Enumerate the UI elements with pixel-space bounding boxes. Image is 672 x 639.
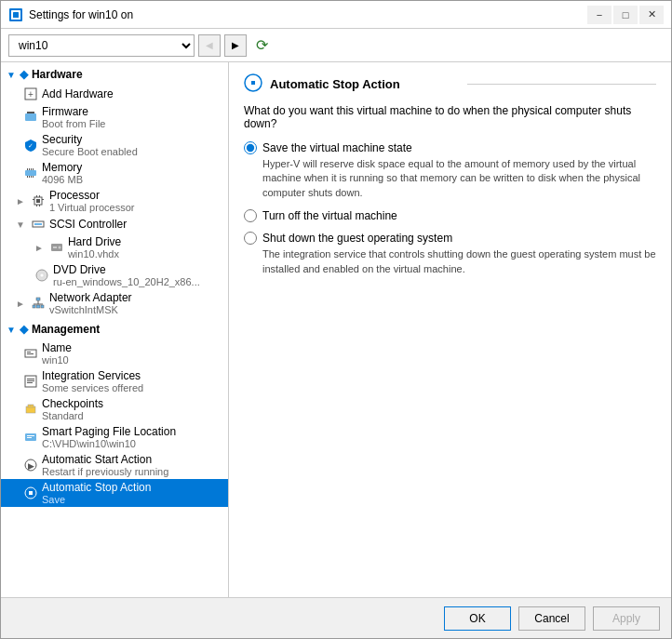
minimize-button[interactable]: −: [587, 6, 612, 24]
radio-shutdown-label[interactable]: Shut down the guest operating system: [244, 232, 656, 245]
svg-text:✓: ✓: [28, 142, 34, 149]
maximize-button[interactable]: □: [613, 6, 638, 24]
auto-start-name: Automatic Start Action: [42, 453, 168, 466]
dvd-icon: [34, 268, 49, 283]
svg-rect-56: [251, 81, 255, 85]
radio-option-shutdown: Shut down the guest operating system The…: [244, 232, 656, 276]
sidebar-item-security[interactable]: ✓ Security Secure Boot enabled: [1, 131, 228, 159]
svg-rect-9: [27, 168, 28, 170]
radio-save-desc: Hyper-V will reserve disk space equal to…: [262, 157, 656, 200]
radio-save-label[interactable]: Save the virtual machine state: [244, 141, 656, 154]
name-label: Name: [42, 341, 72, 354]
management-icon: ◆: [20, 323, 28, 336]
checkpoints-icon: [23, 402, 38, 417]
radio-turnoff-text: Turn off the virtual machine: [262, 209, 397, 222]
memory-name: Memory: [42, 161, 83, 174]
panel-divider: [467, 84, 657, 85]
add-hardware-name: Add Hardware: [42, 87, 114, 100]
hdd-name: Hard Drive: [68, 235, 121, 248]
sidebar-item-firmware[interactable]: Firmware Boot from File: [1, 103, 228, 131]
sidebar-item-processor[interactable]: ►: [1, 187, 228, 215]
title-bar-controls: − □ ✕: [587, 6, 664, 24]
panel-question: What do you want this virtual machine to…: [244, 104, 656, 130]
scsi-icon: [31, 217, 46, 232]
svg-point-31: [40, 273, 44, 277]
radio-shutdown-input[interactable]: [244, 232, 257, 245]
svg-rect-15: [31, 176, 32, 178]
sidebar-item-scsi[interactable]: ▼ SCSI Controller: [1, 215, 228, 233]
firmware-name: Firmware: [42, 105, 105, 118]
radio-turnoff-label[interactable]: Turn off the virtual machine: [244, 209, 656, 222]
radio-option-save: Save the virtual machine state Hyper-V w…: [244, 141, 656, 200]
sidebar-item-dvd[interactable]: DVD Drive ru-en_windows_10_20H2_x86...: [1, 261, 228, 289]
checkpoints-name: Checkpoints: [42, 397, 103, 410]
sidebar-item-hard-drive[interactable]: ► Hard Drive win10.vhdx: [1, 233, 228, 261]
sidebar-item-auto-stop[interactable]: Automatic Stop Action Save: [1, 479, 228, 507]
sidebar-item-checkpoints[interactable]: Checkpoints Standard: [1, 395, 228, 423]
hardware-chevron: ▼: [7, 70, 16, 80]
management-label: Management: [32, 323, 100, 336]
content-area: ▼ ◆ Hardware + Add Hardware: [1, 62, 671, 597]
nav-fwd-button[interactable]: ▶: [224, 34, 247, 57]
radio-save-input[interactable]: [244, 141, 257, 154]
sidebar-item-smart-paging[interactable]: Smart Paging File Location C:\VHD\win10\…: [1, 423, 228, 451]
auto-stop-sub: Save: [42, 494, 151, 505]
network-expand-icon: ►: [16, 299, 25, 309]
add-hardware-icon: +: [23, 87, 38, 101]
dvd-name: DVD Drive: [53, 263, 200, 276]
svg-rect-8: [25, 170, 36, 176]
integration-icon: [23, 374, 38, 389]
sidebar-item-memory[interactable]: Memory 4096 MB: [1, 159, 228, 187]
hardware-section-header[interactable]: ▼ ◆ Hardware: [1, 64, 228, 85]
hdd-sub: win10.vhdx: [68, 248, 121, 260]
svg-rect-49: [27, 435, 34, 436]
panel-section-header: Automatic Stop Action: [244, 73, 656, 95]
radio-save-text: Save the virtual machine state: [262, 141, 412, 154]
refresh-button[interactable]: ⟳: [250, 34, 273, 57]
sidebar-item-integration[interactable]: Integration Services Some services offer…: [1, 367, 228, 395]
svg-rect-43: [27, 380, 34, 381]
close-button[interactable]: ✕: [639, 6, 664, 24]
security-icon: ✓: [23, 138, 38, 153]
sidebar-item-network[interactable]: ► Network Adapt: [1, 289, 228, 317]
scsi-expand-icon: ▼: [16, 220, 25, 230]
dvd-sub: ru-en_windows_10_20H2_x86...: [53, 276, 200, 287]
network-icon: [31, 296, 46, 311]
ok-button[interactable]: OK: [444, 606, 511, 631]
auto-start-sub: Restart if previously running: [42, 466, 168, 477]
svg-rect-40: [27, 353, 34, 354]
sidebar-item-auto-start[interactable]: ▶ Automatic Start Action Restart if prev…: [1, 451, 228, 479]
nav-back-button[interactable]: ◀: [198, 34, 221, 57]
svg-rect-50: [27, 437, 32, 438]
svg-rect-29: [53, 246, 57, 248]
svg-rect-32: [36, 298, 40, 300]
vm-selector[interactable]: win10: [8, 34, 195, 57]
svg-rect-22: [39, 195, 40, 197]
integration-sub: Some services offered: [42, 382, 143, 393]
apply-button[interactable]: Apply: [593, 606, 660, 631]
sidebar-item-add-hardware[interactable]: + Add Hardware: [1, 85, 228, 103]
svg-rect-26: [34, 223, 42, 225]
memory-icon: [23, 166, 38, 180]
svg-rect-18: [36, 199, 40, 203]
svg-text:+: +: [28, 89, 34, 100]
hardware-section: ▼ ◆ Hardware + Add Hardware: [1, 64, 228, 317]
panel-section-title: Automatic Stop Action: [270, 77, 460, 91]
cancel-button[interactable]: Cancel: [518, 606, 585, 631]
radio-turnoff-input[interactable]: [244, 209, 257, 222]
management-section-header[interactable]: ▼ ◆ Management: [1, 319, 228, 339]
hardware-icon: ◆: [20, 68, 28, 81]
toolbar: win10 ◀ ▶ ⟳: [1, 29, 671, 62]
footer: OK Cancel Apply: [1, 597, 671, 638]
memory-sub: 4096 MB: [42, 174, 83, 185]
checkpoints-sub: Standard: [42, 410, 103, 421]
svg-rect-16: [33, 176, 34, 178]
hardware-label: Hardware: [32, 68, 83, 81]
svg-rect-6: [27, 112, 34, 113]
radio-option-turnoff: Turn off the virtual machine: [244, 209, 656, 222]
sidebar: ▼ ◆ Hardware + Add Hardware: [1, 62, 229, 597]
security-name: Security: [42, 133, 138, 146]
sidebar-item-name[interactable]: Name win10: [1, 339, 228, 367]
svg-rect-11: [31, 168, 32, 170]
processor-icon: [31, 193, 46, 208]
